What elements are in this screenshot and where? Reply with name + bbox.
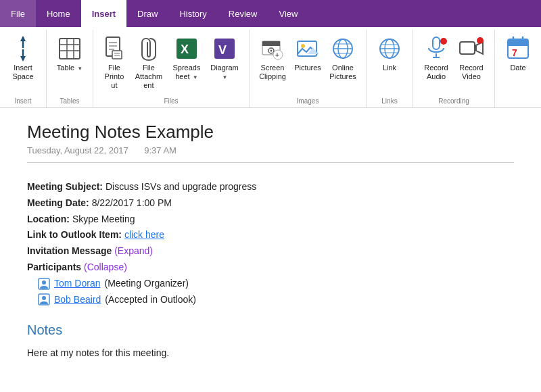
tab-draw[interactable]: Draw [126,0,168,27]
document-date: Tuesday, August 22, 2017 [27,145,128,155]
ribbon-group-links: Link Links [367,30,413,107]
insert-group-label: Insert [4,95,42,107]
file-attachment-button[interactable]: FileAttachment [130,32,168,93]
location-field: Location: Skype Meeting [27,212,514,228]
record-video-label: RecordVideo [459,64,483,81]
invitation-field: Invitation Message (Expand) [27,243,514,260]
images-group-label: Images [254,95,362,107]
tab-home[interactable]: Home [36,0,81,27]
meeting-subject-value: Discuss ISVs and upgrade progress [105,181,256,192]
tab-insert[interactable]: Insert [81,0,126,27]
record-video-button[interactable]: RecordVideo [454,32,489,84]
ribbon-group-recording: RecordAudio RecordVideo Recording [413,30,495,107]
svg-point-41 [440,38,447,45]
screen-clipping-icon: + [259,35,286,62]
links-group-label: Links [371,95,408,107]
outlook-link-label: Link to Outlook Item: [27,229,122,240]
svg-rect-47 [508,43,528,46]
pictures-icon [294,35,321,62]
insert-space-icon [9,35,37,62]
svg-rect-42 [460,42,475,54]
ribbon-group-images: + ScreenClipping Pictures [250,30,367,107]
screen-clipping-button[interactable]: + ScreenClipping [255,32,290,84]
ribbon: InsertSpace Insert Table ▼ Tables [0,27,541,108]
files-group-label: Files [97,95,245,107]
link-label: Link [383,64,396,72]
tab-review[interactable]: Review [218,0,268,27]
document-meta: Tuesday, August 22, 2017 9:37 AM [27,145,514,163]
svg-text:+: + [275,51,279,59]
note-body: Meeting Subject: Discuss ISVs and upgrad… [27,179,514,362]
insert-space-label: InsertSpace [12,64,33,81]
date-icon: 7 [504,35,532,62]
svg-rect-38 [433,37,440,49]
participant-row-1: Tom Doran (Meeting Organizer) [38,276,514,292]
ribbon-group-date: 7 Date [495,30,541,107]
document-title: Meeting Notes Example [27,122,514,143]
spreadsheet-icon: X [173,35,200,62]
svg-marker-3 [20,56,26,62]
participant-2-note: (Accepted in Outlook) [105,292,196,308]
participants-collapse[interactable]: (Collapse) [84,262,127,272]
table-icon [56,35,83,62]
tables-group-label: Tables [51,95,89,107]
svg-point-27 [301,44,305,48]
svg-text:X: X [181,43,189,56]
document-time: 9:37 AM [144,145,177,155]
invitation-expand[interactable]: (Expand) [114,245,153,256]
svg-point-52 [42,280,46,285]
file-attachment-icon [135,35,162,62]
svg-text:V: V [218,43,227,57]
location-value: Skype Meeting [72,214,135,224]
file-printout-icon [101,35,128,62]
spreadsheet-label: Spreadsheet ▼ [172,64,202,81]
link-button[interactable]: Link [372,32,407,75]
svg-marker-1 [20,36,26,41]
file-attachment-label: FileAttachment [134,64,164,91]
insert-space-button[interactable]: InsertSpace [5,32,41,84]
diagram-label: Diagram ▼ [210,64,239,81]
svg-rect-13 [112,51,122,59]
invitation-label: Invitation Message [27,245,112,256]
spreadsheet-button[interactable]: X Spreadsheet ▼ [168,32,206,84]
notes-heading: Notes [27,318,514,341]
date-group-label [499,103,537,107]
tab-history[interactable]: History [168,0,217,27]
date-button[interactable]: 7 Date [500,32,536,75]
online-pictures-icon [329,35,356,62]
file-printout-label: FilePrintout [103,64,126,91]
record-audio-button[interactable]: RecordAudio [419,32,454,84]
tab-view[interactable]: View [268,0,308,27]
meeting-subject-field: Meeting Subject: Discuss ISVs and upgrad… [27,179,514,195]
participants-field: Participants (Collapse) [27,260,514,276]
screen-clipping-label: ScreenClipping [259,64,286,81]
ribbon-group-insert: InsertSpace Insert [0,30,47,107]
date-label: Date [510,64,525,72]
participant-icon-2 [38,293,50,305]
svg-point-54 [42,296,46,300]
svg-rect-4 [60,39,80,59]
online-pictures-button[interactable]: OnlinePictures [325,32,360,84]
meeting-date-value: 8/22/2017 1:00 PM [92,197,172,208]
document-content: Meeting Notes Example Tuesday, August 22… [0,108,541,392]
outlook-link-field: Link to Outlook Item: click here [27,227,514,243]
record-audio-icon [423,35,450,62]
pictures-label: Pictures [294,64,321,72]
tab-bar: File Home Insert Draw History Review Vie… [0,0,541,27]
table-button[interactable]: Table ▼ [52,32,87,75]
svg-text:7: 7 [512,47,517,58]
participant-1-name[interactable]: Tom Doran [54,276,100,292]
diagram-icon: V [211,35,238,62]
svg-rect-21 [262,41,280,46]
participant-2-name[interactable]: Bob Beaird [54,292,101,308]
diagram-button[interactable]: V Diagram ▼ [206,32,243,84]
file-printout-button[interactable]: FilePrintout [99,32,130,93]
participants-label: Participants [27,262,81,272]
online-pictures-label: OnlinePictures [329,64,356,81]
record-audio-label: RecordAudio [424,64,448,81]
tab-file[interactable]: File [0,0,36,27]
participant-icon-1 [38,278,50,290]
meeting-date-field: Meeting Date: 8/22/2017 1:00 PM [27,195,514,212]
pictures-button[interactable]: Pictures [290,32,325,75]
outlook-link[interactable]: click here [124,229,164,240]
